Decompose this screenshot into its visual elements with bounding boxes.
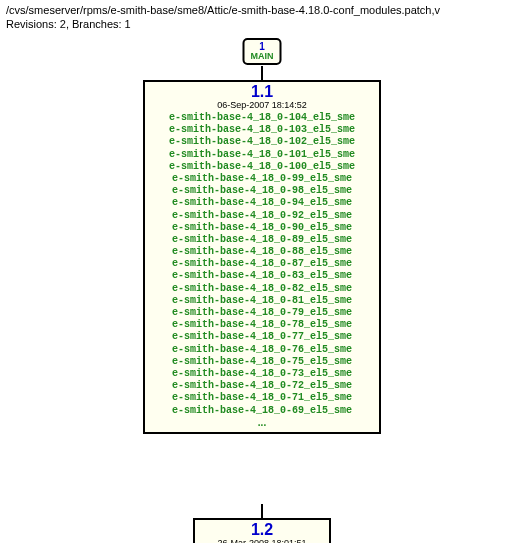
tag: e-smith-base-4_18_0-102_el5_sme — [151, 136, 373, 148]
tag: e-smith-base-4_18_0-78_el5_sme — [151, 319, 373, 331]
tag: e-smith-base-4_18_0-73_el5_sme — [151, 368, 373, 380]
revisions-summary: Revisions: 2, Branches: 1 — [0, 18, 524, 36]
tag: e-smith-base-4_18_0-83_el5_sme — [151, 270, 373, 282]
tag: e-smith-base-4_18_0-101_el5_sme — [151, 149, 373, 161]
tag: e-smith-base-4_18_0-88_el5_sme — [151, 246, 373, 258]
tag: e-smith-base-4_18_0-103_el5_sme — [151, 124, 373, 136]
tag: e-smith-base-4_18_0-82_el5_sme — [151, 283, 373, 295]
tag: e-smith-base-4_18_0-100_el5_sme — [151, 161, 373, 173]
tag: e-smith-base-4_18_0-71_el5_sme — [151, 392, 373, 404]
tag: e-smith-base-4_18_0-87_el5_sme — [151, 258, 373, 270]
tag-list: e-smith-base-4_18_0-104_el5_smee-smith-b… — [151, 112, 373, 417]
branch-name: MAIN — [251, 52, 274, 62]
tag: e-smith-base-4_18_0-72_el5_sme — [151, 380, 373, 392]
tag: e-smith-base-4_18_0-69_el5_sme — [151, 405, 373, 417]
revision-date: 26-Mar-2008 18:01:51 — [201, 538, 323, 543]
revision-number: 1.2 — [201, 522, 323, 538]
tag: e-smith-base-4_18_0-94_el5_sme — [151, 197, 373, 209]
tag: e-smith-base-4_18_0-79_el5_sme — [151, 307, 373, 319]
revision-graph: 1 MAIN 1.1 06-Sep-2007 18:14:52 e-smith-… — [0, 36, 524, 531]
tag: e-smith-base-4_18_0-99_el5_sme — [151, 173, 373, 185]
file-path: /cvs/smeserver/rpms/e-smith-base/sme8/At… — [0, 0, 524, 18]
tag: e-smith-base-4_18_0-89_el5_sme — [151, 234, 373, 246]
connector-line — [261, 66, 263, 80]
revision-node-1: 1.1 06-Sep-2007 18:14:52 e-smith-base-4_… — [143, 80, 381, 434]
tag: e-smith-base-4_18_0-90_el5_sme — [151, 222, 373, 234]
tag: e-smith-base-4_18_0-92_el5_sme — [151, 210, 373, 222]
revision-number: 1.1 — [151, 84, 373, 100]
tag: e-smith-base-4_18_0-98_el5_sme — [151, 185, 373, 197]
tag: e-smith-base-4_18_0-104_el5_sme — [151, 112, 373, 124]
connector-line — [261, 504, 263, 518]
tag: e-smith-base-4_18_0-77_el5_sme — [151, 331, 373, 343]
ellipsis: ... — [151, 417, 373, 429]
branch-node: 1 MAIN — [243, 38, 282, 65]
revision-date: 06-Sep-2007 18:14:52 — [151, 100, 373, 110]
tag: e-smith-base-4_18_0-75_el5_sme — [151, 356, 373, 368]
tag: e-smith-base-4_18_0-76_el5_sme — [151, 344, 373, 356]
tag: e-smith-base-4_18_0-81_el5_sme — [151, 295, 373, 307]
revision-node-2: 1.2 26-Mar-2008 18:01:51 HEAD — [193, 518, 331, 543]
